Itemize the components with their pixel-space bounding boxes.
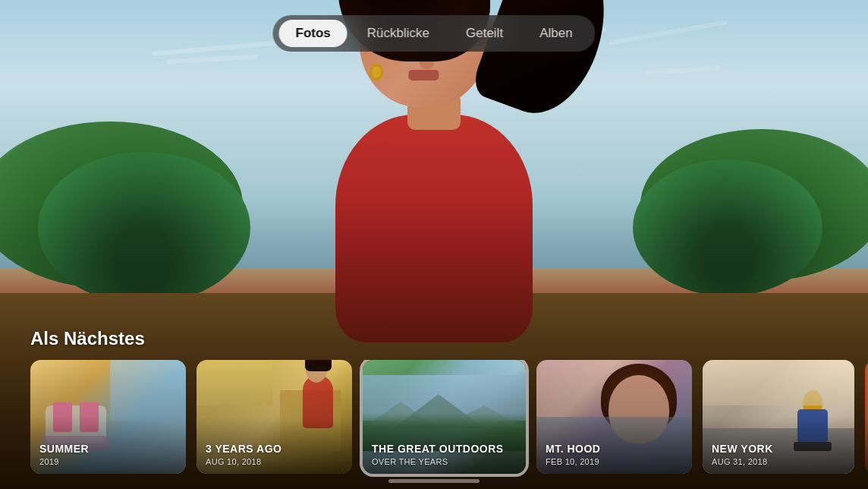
card-mthood-title: MT. HOOD [546,443,686,456]
card-summer-subtitle: 2019 [39,457,180,466]
card-newyork-title: NEW YORK [712,443,848,456]
tab-fotos[interactable]: Fotos [278,20,347,47]
person-lips [408,70,439,80]
tab-geteilt[interactable]: Geteilt [449,20,520,47]
tab-rueckblicke[interactable]: Rückblicke [351,20,446,47]
nav-tabs: Fotos Rückblicke Geteilt Alben [272,15,595,52]
cards-row: SUMMER 2019 3 YEARS AG [0,360,868,489]
card-partial-overlay [865,360,868,474]
tab-alben[interactable]: Alben [523,20,589,47]
card-mthood[interactable]: MT. HOOD FEB 10, 2019 [536,360,692,474]
person-earring [370,64,383,80]
card-newyork[interactable]: NEW YORK AUG 31, 2018 [703,360,854,474]
next-section: Als Nächstes SUMMER 2019 [0,328,868,489]
card-outdoors[interactable]: THE GREAT OUTDOORS OVER THE YEARS [363,360,526,474]
card-summer[interactable]: SUMMER 2019 [30,360,186,474]
card-3years-subtitle: AUG 10, 2018 [206,457,346,466]
card-3years-text: 3 YEARS AGO AUG 10, 2018 [206,443,346,466]
card-outdoors-subtitle: OVER THE YEARS [372,457,520,466]
card-newyork-subtitle: AUG 31, 2018 [712,457,848,466]
card-mthood-subtitle: FEB 10, 2019 [546,457,686,466]
scroll-indicator [388,479,480,483]
cloud-2 [167,55,258,64]
next-section-label: Als Nächstes [30,328,868,349]
card-partial[interactable] [865,360,868,474]
card-3years[interactable]: 3 YEARS AGO AUG 10, 2018 [197,360,352,474]
card-outdoors-text: THE GREAT OUTDOORS OVER THE YEARS [372,443,520,466]
card-summer-text: SUMMER 2019 [39,443,180,466]
card-summer-title: SUMMER [39,443,180,456]
cloud-1 [152,39,288,56]
card-mthood-text: MT. HOOD FEB 10, 2019 [546,443,686,466]
cloud-6 [645,66,721,76]
card-newyork-text: NEW YORK AUG 31, 2018 [712,443,848,466]
cloud-5 [608,20,728,46]
card-3years-title: 3 YEARS AGO [206,443,346,456]
card-outdoors-title: THE GREAT OUTDOORS [372,443,520,456]
